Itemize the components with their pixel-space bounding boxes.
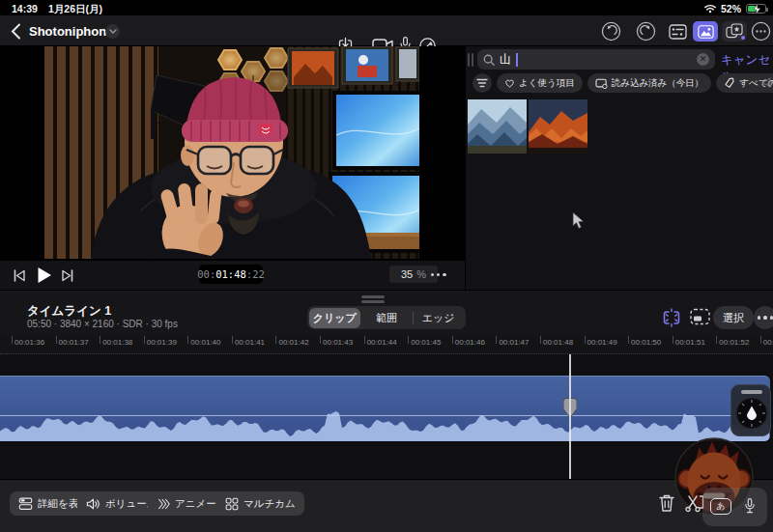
bottom-toolbar: 詳細を表示 ボリューム アニメート [0,479,773,532]
video-preview[interactable] [44,46,419,259]
panel-resize-handle[interactable] [468,53,474,67]
clock: 14:39 [12,3,38,14]
redo-button[interactable] [636,21,656,42]
multicam-grid-icon [225,497,239,511]
dictation-mic-icon[interactable] [743,496,757,516]
timeline-track-area[interactable] [0,354,773,479]
timecode-display: 00:01:48:22 [199,265,263,284]
jog-dial-overlay[interactable] [730,384,771,436]
project-menu-button[interactable] [105,24,120,39]
timecode-hours: 00: [197,268,215,280]
viewer-more-button[interactable] [431,273,446,276]
redo-icon [636,21,656,42]
transport-bar: 00:01:48:22 35 % [0,261,465,290]
timecode-frames: :22 [246,268,265,280]
effects-button[interactable] [722,21,747,42]
keyword-icon [724,77,735,89]
filter-imported-today[interactable]: 読み込み済み（今日） [587,73,712,93]
enhance-clip-button[interactable] [661,308,682,327]
filter-favorites[interactable]: よく使う項目 [497,73,583,93]
tab-range[interactable]: 範囲 [360,308,413,328]
media-browser-panel: 山 ✕ キャンセル よく使う項目 読み込み済み [465,46,773,290]
inspector-icon [669,24,687,40]
clip-sparkle-icon [661,308,682,327]
clear-search-button[interactable]: ✕ [697,53,709,66]
play-button[interactable] [37,266,52,284]
animate-icon [157,497,170,511]
text-caret [516,53,518,67]
imported-icon [595,78,608,89]
multicam-label: マルチカム [243,497,296,511]
final-cut-ipad-app: 14:39 1月26日(月) 52% Shotoniphone [0,0,773,532]
search-icon [483,54,495,66]
timeline-title: タイムライン 1 [27,303,111,320]
search-query-text: 山 [500,51,511,68]
viewer-pane: 00:01:48:22 35 % [0,46,465,290]
edit-mode-segmented-control: クリップ 範囲 エッジ [307,306,466,329]
date: 1月26日(月) [48,3,102,16]
tab-edge[interactable]: エッジ [413,308,465,328]
filter-menu-button[interactable] [472,73,492,93]
photos-icon [698,25,714,39]
effects-badge-dot [741,36,745,40]
picture-in-picture-icon [690,308,710,325]
dial-grabber[interactable] [741,390,762,394]
zoom-unit: % [416,268,426,280]
tab-clip[interactable]: クリップ [309,308,361,328]
filter-favorites-label: よく使う項目 [519,77,575,90]
timeline-more-button[interactable] [754,306,773,329]
skip-to-end-button[interactable] [62,269,73,282]
select-button-label: 選択 [723,311,744,325]
timecode-main: 01:48 [215,268,246,280]
status-bar: 14:39 1月26日(月) 52% [0,0,773,15]
heart-icon [504,78,515,88]
inspector-button[interactable] [665,21,690,42]
project-title[interactable]: Shotoniphone [29,24,113,39]
keyboard-language-label: あ [716,500,725,513]
delete-button[interactable] [658,493,675,513]
multicam-button[interactable]: マルチカム [216,491,304,516]
input-controls-group: あ [702,488,767,526]
filter-imported-label: 読み込み済み（今日） [612,77,704,90]
search-input[interactable]: 山 ✕ [477,49,715,70]
skip-to-start-button[interactable] [14,269,25,282]
media-filter-row: よく使う項目 読み込み済み（今日） すべてのキーワード [472,73,773,93]
video-frame-scene [44,46,419,259]
timeline-panel: タイムライン 1 05:50 · 3840 × 2160 · SDR · 30 … [0,290,773,532]
wifi-icon [703,3,717,14]
top-toolbar: Shotoniphone [0,15,773,46]
chevron-down-icon [109,29,117,34]
dial-knob-icon[interactable] [735,397,768,430]
red-mountains-image [529,99,587,154]
speaker-icon [86,497,100,511]
timeline-drag-handle-2[interactable] [361,300,385,303]
keyboard-language-button[interactable]: あ [710,498,731,515]
back-button[interactable] [11,23,21,40]
filter-lines-icon [476,78,488,88]
more-button[interactable] [751,21,771,42]
media-thumbnail-red-mountains[interactable] [529,99,587,154]
audio-waveform [0,376,770,441]
media-browser-button[interactable] [693,21,718,42]
timeline-clip[interactable] [0,376,770,441]
timeline-drag-handle[interactable] [361,295,385,298]
undo-button[interactable] [601,21,621,42]
mouse-cursor [572,211,585,230]
undo-icon [601,21,621,42]
battery-percent: 52% [721,3,741,14]
volume-line[interactable] [0,415,770,416]
audio-only-icon[interactable] [763,76,773,89]
battery-icon [746,4,766,14]
media-thumbnail-blue-mountains[interactable] [468,99,527,154]
overlay-button[interactable] [690,308,710,325]
select-button[interactable]: 選択 [713,306,754,329]
blue-mountains-image [468,99,527,154]
ellipsis-circle-icon [751,21,771,42]
timeline-ruler[interactable]: 00:01:3600:01:3700:01:3800:01:3900:01:40… [0,334,773,354]
zoom-value: 35 [401,268,413,280]
playhead-line[interactable] [569,354,571,479]
details-icon [18,496,33,511]
timeline-info: 05:50 · 3840 × 2160 · SDR · 30 fps [27,319,178,329]
